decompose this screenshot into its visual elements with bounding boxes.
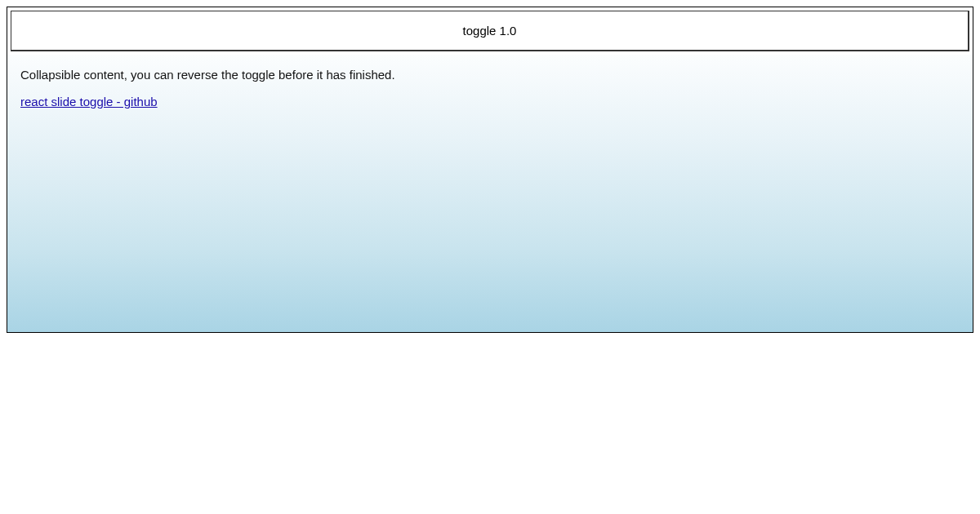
toggle-button[interactable]: toggle 1.0 (11, 11, 969, 51)
collapsible-panel: Collapsible content, you can reverse the… (7, 55, 973, 332)
github-link[interactable]: react slide toggle - github (20, 95, 158, 109)
slide-toggle-container: toggle 1.0 Collapsible content, you can … (7, 7, 973, 333)
panel-description: Collapsible content, you can reverse the… (20, 68, 960, 82)
